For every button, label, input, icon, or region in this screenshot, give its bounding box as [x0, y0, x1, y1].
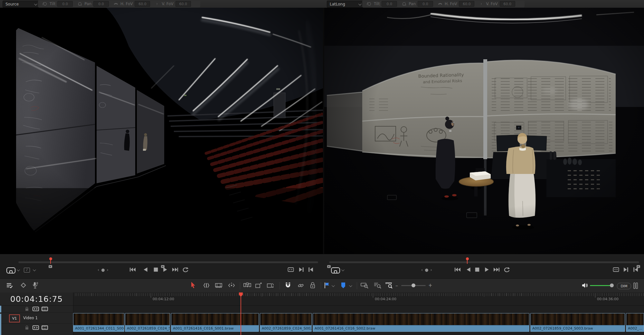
tilt-label: Tilt	[50, 2, 55, 6]
position-lock-icon[interactable]	[310, 282, 316, 289]
effects-overlay-icon[interactable]	[20, 282, 26, 288]
mixer-icon[interactable]	[633, 282, 638, 289]
selection-tool-icon[interactable]	[191, 282, 196, 288]
auto-select-icon[interactable]	[33, 325, 39, 330]
source-in-marker[interactable]	[49, 265, 52, 268]
vfov-label: V. FoV	[162, 2, 173, 6]
pan-value[interactable]: 0.0	[418, 1, 433, 7]
chevron-down-icon[interactable]	[33, 268, 36, 271]
timeline-view-options-icon[interactable]	[6, 282, 13, 288]
go-first-frame-button[interactable]	[129, 267, 136, 272]
volume-slider-knob[interactable]	[610, 283, 614, 287]
track-name[interactable]: Video 1	[23, 316, 38, 320]
timeline-playhead[interactable]	[241, 292, 241, 335]
filmstrip-icon[interactable]	[42, 325, 48, 330]
zoom-out-button[interactable]: –	[395, 282, 398, 289]
go-to-in-button[interactable]	[308, 267, 313, 272]
tilt-value[interactable]: 0.0	[57, 1, 73, 7]
volume-slider-track[interactable]	[590, 285, 612, 286]
timeline-ruler[interactable]: 00:04:12:00 00:04:24:00 00:04:36:00	[73, 292, 644, 306]
dim-button[interactable]: DIM	[617, 283, 631, 289]
filmstrip-icon[interactable]	[42, 307, 48, 311]
pan-control: Pan 0.0	[77, 1, 109, 7]
marker-dropdown-chevron[interactable]	[349, 284, 352, 287]
timeline-clip[interactable]: A002_07261859_C024_S002.b...	[260, 313, 312, 332]
track-lock-icon[interactable]	[24, 325, 29, 330]
ruler-label: 00:04:12:00	[153, 297, 174, 301]
zoom-custom-icon[interactable]	[385, 282, 393, 289]
source-scrub-bar[interactable]	[18, 261, 318, 263]
clip-thumbnails	[260, 313, 311, 325]
pan-value[interactable]: 0.0	[93, 1, 109, 7]
vr-headset-icon[interactable]	[331, 267, 340, 273]
source-jog-control[interactable]: ‹●›	[98, 267, 110, 272]
go-last-frame-button[interactable]	[493, 267, 500, 272]
play-reverse-button[interactable]	[143, 267, 148, 272]
track-header-column: 00:04:16:75 V1 Video 1	[0, 292, 73, 335]
track-destination-v1[interactable]: V1	[9, 314, 20, 322]
zoom-full-extent-icon[interactable]	[361, 282, 368, 289]
go-to-in-button[interactable]	[633, 267, 638, 272]
hfov-control: H. FoV 60.0	[438, 1, 474, 7]
zoom-detail-icon[interactable]	[374, 282, 381, 289]
dynamic-trim-icon[interactable]	[228, 282, 235, 288]
flag-icon[interactable]	[324, 282, 330, 289]
hfov-value[interactable]: 60.0	[135, 1, 150, 7]
stop-button[interactable]	[153, 267, 158, 272]
vfov-value[interactable]: 60.0	[175, 1, 191, 7]
vr-headset-icon[interactable]	[6, 267, 15, 273]
speaker-icon[interactable]	[582, 282, 588, 289]
go-last-frame-button[interactable]	[172, 267, 178, 272]
zoom-in-button[interactable]: +	[428, 282, 432, 288]
timeline-in-marker[interactable]	[327, 265, 331, 268]
fit-viewer-button[interactable]	[613, 267, 619, 272]
chevron-down-icon[interactable]	[17, 268, 20, 271]
stop-button[interactable]	[475, 267, 480, 272]
tilt-value[interactable]: 0.0	[382, 1, 397, 7]
timeline-clip[interactable]: A002_07261859_C024_S0...	[125, 313, 170, 332]
timeline-clip[interactable]: A001_07261416_C016_S002.braw	[313, 313, 529, 332]
clip-audio-icon[interactable]: ♪	[24, 268, 30, 273]
loop-button[interactable]	[504, 267, 510, 273]
hfov-value[interactable]: 60.0	[459, 1, 474, 7]
insert-clip-icon[interactable]	[243, 282, 251, 289]
chevron-down-icon[interactable]	[341, 268, 345, 271]
flag-dropdown-chevron[interactable]	[332, 284, 335, 287]
loop-button[interactable]	[182, 267, 189, 273]
go-first-frame-button[interactable]	[454, 267, 461, 272]
go-to-out-button[interactable]	[299, 267, 304, 272]
vfov-value[interactable]: 60.0	[500, 1, 515, 7]
play-button[interactable]	[484, 267, 489, 272]
track-lock-icon[interactable]	[24, 307, 29, 311]
hfov-icon	[113, 2, 118, 6]
timeline-clip[interactable]: A002_...	[626, 313, 644, 332]
replace-clip-icon[interactable]	[267, 282, 274, 289]
play-button[interactable]	[163, 267, 168, 272]
resolve-edit-page: Source Tilt 0.0 Pan 0.0 H. FoV 60.0 V. F…	[0, 0, 644, 335]
timeline-projection-select[interactable]: LatLong	[327, 1, 364, 8]
razor-tool-icon[interactable]	[215, 282, 222, 288]
snapping-magnet-icon[interactable]	[285, 282, 291, 289]
auto-select-icon[interactable]	[33, 307, 39, 311]
voiceover-mic-icon[interactable]	[32, 282, 38, 289]
zoom-slider-knob[interactable]	[412, 283, 415, 287]
go-to-out-button[interactable]	[623, 267, 629, 272]
timeline-clip[interactable]: A001_07261416_C016_S001.braw	[171, 313, 259, 332]
timeline-jog-control[interactable]: ‹●›	[421, 267, 434, 272]
timeline-clip[interactable]: A002_07261859_C024_S003.braw	[530, 313, 625, 332]
clip-name: A002_07261859_C024_S0...	[125, 325, 170, 332]
marker-icon[interactable]	[341, 282, 346, 289]
trim-edit-mode-icon[interactable]	[203, 282, 210, 288]
play-reverse-button[interactable]	[466, 267, 471, 272]
link-clips-icon[interactable]	[298, 282, 304, 289]
fit-viewer-button[interactable]	[288, 267, 294, 272]
timeline-clip[interactable]: A001_07261344_C011_S000...	[73, 313, 124, 332]
vfov-icon	[155, 2, 160, 6]
master-timecode[interactable]: 00:04:16:75	[0, 292, 73, 306]
tilt-icon	[367, 2, 372, 6]
pan-label: Pan	[84, 2, 91, 6]
timeline-scrub-bar[interactable]	[329, 261, 639, 263]
clip-thumbnails	[531, 313, 625, 325]
source-projection-select[interactable]: Source	[3, 1, 39, 8]
overwrite-clip-icon[interactable]	[255, 282, 262, 289]
